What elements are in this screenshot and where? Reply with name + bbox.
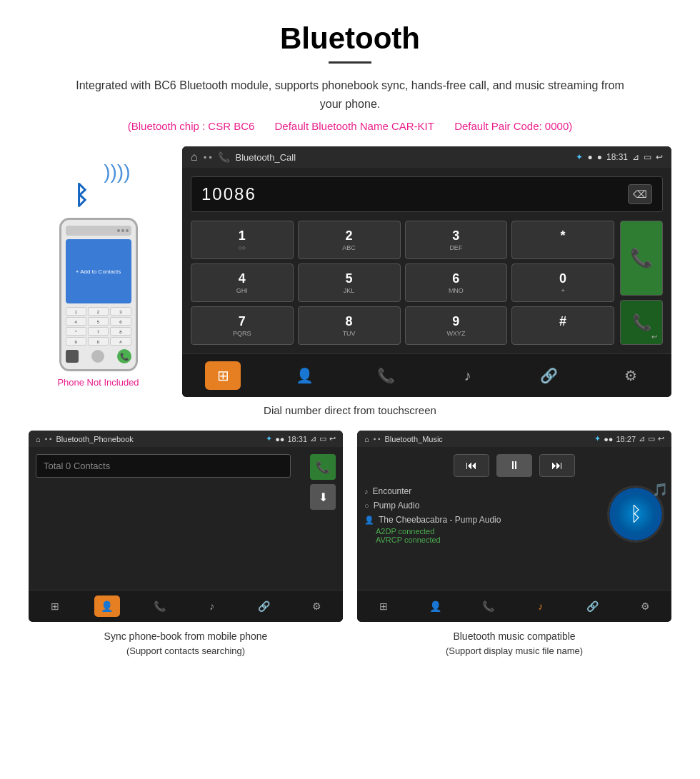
- mu-tb-call[interactable]: 📞: [475, 595, 501, 617]
- music-app-name: Bluetooth_Music: [385, 435, 443, 443]
- phonebook-car-screen: ⌂ ▪ ▪ Bluetooth_Phonebook ✦ ●● 18:31 ⊿ ▭…: [29, 431, 343, 622]
- car-wifi: ●: [587, 152, 592, 162]
- prev-btn[interactable]: ⏮: [454, 454, 489, 477]
- pb-bt: ✦: [266, 434, 272, 443]
- mu-tb-contacts[interactable]: 👤: [423, 595, 449, 617]
- pb-time: 18:31: [287, 435, 307, 443]
- phone-key-5: 5: [88, 317, 109, 326]
- phonebook-header: ⌂ ▪ ▪ Bluetooth_Phonebook ✦ ●● 18:31 ⊿ ▭…: [29, 431, 343, 447]
- key-7[interactable]: 7PQRS: [191, 306, 294, 345]
- pb-call-btn[interactable]: 📞: [310, 454, 336, 480]
- phonebook-header-left: ⌂ ▪ ▪ Bluetooth_Phonebook: [36, 435, 134, 443]
- music-header-left: ⌂ ▪ ▪ Bluetooth_Music: [364, 435, 443, 443]
- avrcp-connected: AVRCP connected: [376, 536, 600, 544]
- call-button[interactable]: 📞: [620, 221, 663, 296]
- dial-time: 18:31: [606, 152, 628, 162]
- phone-bottom-bar: 📞: [66, 349, 131, 363]
- pb-dots: ▪ ▪: [45, 435, 52, 443]
- key-star[interactable]: *: [511, 221, 614, 259]
- backspace-button[interactable]: ⌫: [628, 184, 652, 204]
- toolbar-settings-btn[interactable]: ⚙: [613, 361, 649, 390]
- keypad-row-3: 7PQRS 8TUV 9WXYZ #: [191, 306, 614, 345]
- pb-tb-keypad[interactable]: ⊞: [42, 595, 68, 617]
- mu-bt: ✦: [594, 434, 601, 443]
- phone-mockup: + Add to Contacts 1 2 3 4 5 6 * 7 8 9 0 …: [59, 218, 138, 371]
- phonebook-panel: ⌂ ▪ ▪ Bluetooth_Phonebook ✦ ●● 18:31 ⊿ ▭…: [29, 431, 343, 658]
- keypad-row-2: 4GHI 5JKL 6MNO 0+: [191, 263, 614, 302]
- phone-key-2: 2: [88, 307, 109, 316]
- pb-tb-contacts[interactable]: 👤: [94, 595, 120, 617]
- pb-tb-music[interactable]: ♪: [199, 595, 225, 617]
- main-section: )))) ᛒ + Add to Contacts 1 2 3 4: [29, 146, 671, 397]
- phone-screen: + Add to Contacts: [66, 239, 131, 303]
- toolbar-keypad-btn[interactable]: ⊞: [205, 361, 241, 390]
- mu-window: ▭: [648, 434, 655, 443]
- mu-tb-link[interactable]: 🔗: [580, 595, 606, 617]
- car-bt-icon: 📞: [218, 151, 230, 163]
- mu-tb-keypad[interactable]: ⊞: [371, 595, 396, 617]
- contacts-placeholder: Total 0 Contacts: [44, 461, 110, 471]
- phonebook-caption-line1: Sync phone-book from mobile phone: [29, 629, 343, 644]
- track1-name: Encounter: [373, 486, 412, 496]
- pb-tb-link[interactable]: 🔗: [251, 595, 277, 617]
- key-0[interactable]: 0+: [511, 263, 614, 302]
- phone-key-9: 9: [66, 337, 86, 346]
- next-btn[interactable]: ⏭: [539, 454, 575, 477]
- phone-not-included-label: Phone Not Included: [57, 377, 139, 388]
- key-8[interactable]: 8TUV: [298, 306, 401, 345]
- pb-back: ↩: [329, 434, 336, 443]
- phone-key-0: 0: [88, 337, 109, 346]
- phone-screen-text: + Add to Contacts: [73, 266, 124, 278]
- toolbar-music-btn[interactable]: ♪: [450, 361, 486, 390]
- toolbar-link-btn[interactable]: 🔗: [531, 361, 567, 390]
- pb-download-btn[interactable]: ⬇: [310, 484, 336, 510]
- key-3[interactable]: 3DEF: [405, 221, 508, 259]
- dial-car-screen: ⌂ ▪ ▪ 📞 Bluetooth_Call ✦ ● ● 18:31 ⊿ ▭ ↩: [182, 146, 671, 397]
- bluetooth-icon: ᛒ: [74, 181, 89, 211]
- phone-key-8: 8: [110, 327, 131, 336]
- phone-dot-3: [126, 229, 129, 232]
- toolbar-contacts-btn[interactable]: 👤: [286, 361, 322, 390]
- main-keypad: 1○○ 2ABC 3DEF * 4GHI 5JKL 6MNO 0+: [191, 221, 614, 345]
- pb-tb-settings[interactable]: ⚙: [304, 595, 329, 617]
- key-1[interactable]: 1○○: [191, 221, 294, 259]
- phone-menu-btn: [66, 350, 79, 363]
- mu-expand: ⊿: [639, 434, 645, 443]
- phonebook-action-btns: 📞 ⬇: [310, 454, 336, 510]
- contacts-search-box[interactable]: Total 0 Contacts: [36, 454, 291, 478]
- name-spec: Default Bluetooth Name CAR-KIT: [275, 120, 434, 132]
- music-controls: ⏮ ⏸ ⏭: [364, 454, 664, 477]
- bottom-panels: ⌂ ▪ ▪ Bluetooth_Phonebook ✦ ●● 18:31 ⊿ ▭…: [29, 431, 671, 658]
- music-time: 18:27: [616, 435, 636, 443]
- key-9[interactable]: 9WXYZ: [405, 306, 508, 345]
- dial-screen-header: ⌂ ▪ ▪ 📞 Bluetooth_Call ✦ ● ● 18:31 ⊿ ▭ ↩: [182, 146, 671, 168]
- mu-tb-music[interactable]: ♪: [528, 595, 554, 617]
- key-6[interactable]: 6MNO: [405, 263, 508, 302]
- phonebook-toolbar: ⊞ 👤 📞 ♪ 🔗 ⚙: [29, 590, 343, 622]
- phone-home-btn: [91, 350, 104, 363]
- toolbar-call-log-btn[interactable]: 📞: [368, 361, 404, 390]
- key-4[interactable]: 4GHI: [191, 263, 294, 302]
- music-track-1: ♪ Encounter: [364, 484, 600, 498]
- keypad-area: 1○○ 2ABC 3DEF * 4GHI 5JKL 6MNO 0+: [191, 221, 663, 345]
- signal-waves-icon: )))): [104, 161, 130, 184]
- call-buttons-column: 📞 📞 ↩: [620, 221, 663, 345]
- mu-dots: ▪ ▪: [374, 435, 381, 443]
- key-2[interactable]: 2ABC: [298, 221, 401, 259]
- pb-dots2: ●●: [275, 435, 284, 443]
- play-pause-btn[interactable]: ⏸: [496, 454, 532, 477]
- chip-spec: (Bluetooth chip : CSR BC6: [128, 120, 255, 132]
- redial-button[interactable]: 📞 ↩: [620, 300, 663, 345]
- bt-album-icon: ᛒ: [630, 503, 642, 526]
- pb-expand: ⊿: [310, 434, 316, 443]
- key-hash[interactable]: #: [511, 306, 614, 345]
- key-5[interactable]: 5JKL: [298, 263, 401, 302]
- mu-tb-settings[interactable]: ⚙: [632, 595, 658, 617]
- pb-tb-call[interactable]: 📞: [146, 595, 172, 617]
- phone-dot-2: [121, 229, 124, 232]
- music-track-3: 👤 The Cheebacabra - Pump Audio: [364, 513, 600, 527]
- phone-area: )))) ᛒ + Add to Contacts 1 2 3 4: [29, 146, 168, 388]
- mu-back: ↩: [658, 434, 664, 443]
- track1-icon: ♪: [364, 487, 369, 496]
- dial-toolbar: ⊞ 👤 📞 ♪ 🔗 ⚙: [182, 353, 671, 397]
